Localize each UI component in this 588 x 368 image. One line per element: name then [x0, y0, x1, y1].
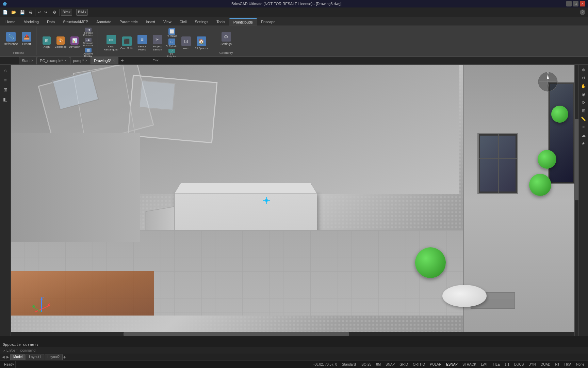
add-doc-tab-button[interactable]: + — [118, 57, 126, 64]
fit-cylinder-button[interactable]: ⬭ Fit Cylinder — [165, 38, 178, 48]
tab-view[interactable]: View — [159, 18, 176, 26]
main-solid-top — [174, 183, 317, 194]
quad-toggle[interactable]: QUAD — [539, 361, 551, 368]
adaptive-display-button[interactable]: ▦ Adaptive Display — [82, 48, 95, 57]
colormap-button[interactable]: 🎨 Colormap — [54, 32, 67, 52]
maximize-button[interactable]: □ — [573, 1, 578, 6]
tile-toggle[interactable]: TILE — [492, 361, 501, 368]
doc-tab-start[interactable]: Start ✕ — [19, 57, 37, 64]
geometry-settings-button[interactable]: ⚙ Settings — [219, 29, 234, 49]
rt-toggle[interactable]: RT — [554, 361, 560, 368]
standard-status[interactable]: Standard — [341, 361, 357, 368]
scrollbar-thumb-h[interactable] — [124, 332, 349, 336]
redo-button[interactable]: ↪ — [43, 9, 48, 16]
blocks-sidebar-button[interactable]: ⊞ — [1, 85, 10, 94]
command-input[interactable] — [6, 348, 587, 353]
ratio-display[interactable]: 1:1 — [504, 361, 510, 368]
fit-polyline-button[interactable]: ⟋ Fit PolyLine — [165, 48, 178, 58]
tab-annotate[interactable]: Annotate — [92, 18, 115, 26]
layers-sidebar-button[interactable]: ≡ — [1, 76, 10, 85]
cloud-sidebar-button[interactable]: ☁ — [580, 132, 587, 139]
iso-status[interactable]: ISO-25 — [359, 361, 372, 368]
close-start-tab[interactable]: ✕ — [31, 59, 34, 62]
tab-modeling[interactable]: Modeling — [19, 18, 43, 26]
new-button[interactable]: 📄 — [1, 9, 9, 16]
detect-floors-button[interactable]: ≡ Detect Floors — [135, 33, 150, 53]
print-button[interactable]: 🖨 — [27, 9, 34, 16]
close-button[interactable]: ✕ — [580, 1, 585, 6]
dyn-toggle[interactable]: DYN — [527, 361, 537, 368]
layers-sidebar-button2[interactable]: ≡ — [580, 123, 587, 131]
pan-sidebar-button[interactable]: ✋ — [580, 82, 587, 90]
none-display[interactable]: None — [575, 361, 585, 368]
open-button[interactable]: 📂 — [10, 9, 18, 16]
esnap-toggle[interactable]: ESNAP — [445, 361, 459, 368]
layout-tab-layout1[interactable]: Layout1 — [26, 354, 44, 360]
doc-tab-pump[interactable]: pump* ✕ — [70, 57, 91, 64]
scale-status[interactable]: 8M — [375, 361, 382, 368]
ortho-toggle[interactable]: ORTHO — [412, 361, 426, 368]
tab-tools[interactable]: Tools — [212, 18, 229, 26]
ruler-sidebar-button[interactable]: 📏 — [580, 115, 587, 123]
increase-pointsize-button[interactable]: +● Increase Pointsize — [82, 27, 95, 37]
doc-tab-drawing3[interactable]: Drawing3* ✕ — [91, 57, 118, 64]
history-sidebar-button[interactable]: ⟳ — [580, 99, 587, 106]
scrollbar-thumb-v[interactable] — [575, 119, 578, 200]
ready-status: Ready — [3, 361, 16, 368]
crop-solid-button[interactable]: ⬛ Crop Solid — [119, 33, 134, 53]
close-pump-tab[interactable]: ✕ — [85, 59, 88, 62]
star-sidebar-button[interactable]: ★ — [580, 140, 587, 147]
layout-nav-next[interactable]: ▶ — [6, 355, 10, 359]
doc-tab-pc-example[interactable]: PC_example* ✕ — [37, 57, 70, 64]
tab-structural[interactable]: Structural/MEP — [59, 18, 92, 26]
export-button[interactable]: 📤 Export — [19, 29, 34, 49]
viewport[interactable]: Z X Y N — [11, 65, 578, 336]
fit-spaces-button[interactable]: 🏠 Fit Spaces — [194, 33, 209, 53]
layout-nav-prev[interactable]: ◀ — [1, 355, 5, 359]
strack-toggle[interactable]: STRACK — [461, 361, 477, 368]
lwt-toggle[interactable]: LWT — [480, 361, 489, 368]
save-button[interactable]: 💾 — [18, 9, 26, 16]
home-sidebar-button[interactable]: ⌂ — [1, 66, 10, 75]
tab-data[interactable]: Data — [43, 18, 59, 26]
tab-home[interactable]: Home — [1, 18, 19, 26]
viewport-scrollbar-h[interactable] — [11, 332, 574, 336]
decrease-pointsize-button[interactable]: -● Decrease Pointsize — [82, 37, 95, 47]
tab-enscape[interactable]: Enscape — [257, 18, 280, 26]
polar-toggle[interactable]: POLAR — [429, 361, 442, 368]
tab-parametric[interactable]: Parametric — [115, 18, 142, 26]
tab-pointclouds[interactable]: Pointclouds — [229, 18, 257, 26]
hka-toggle[interactable]: HKA — [564, 361, 573, 368]
zoom-sidebar-button[interactable]: ⊕ — [580, 66, 587, 74]
balloon-sidebar-button[interactable]: ◉ — [580, 91, 587, 98]
project-section-button[interactable]: ✂ Project Section — [150, 33, 165, 53]
tab-insert[interactable]: Insert — [142, 18, 159, 26]
align-button[interactable]: ⊞ Align — [40, 32, 53, 52]
deviation-button[interactable]: 📊 Deviation — [68, 32, 81, 52]
bim-dropdown2[interactable]: BIM ▾ — [76, 9, 88, 16]
coordinates-display[interactable]: -68.82, 70.57, 0 — [312, 361, 338, 368]
add-layout-button[interactable]: + — [63, 354, 66, 360]
table-sidebar-button[interactable]: ⊞ — [580, 107, 587, 114]
bim-dropdown1[interactable]: Bim ▾ — [61, 9, 72, 16]
fit-planar-button[interactable]: ⬜ Fit Planar — [165, 28, 178, 37]
help-button[interactable]: ? — [578, 9, 587, 16]
close-pc-example-tab[interactable]: ✕ — [64, 59, 67, 62]
grid-toggle[interactable]: GRID — [398, 361, 409, 368]
invert-button[interactable]: ⊡ Invert — [179, 33, 194, 53]
orbit-sidebar-button[interactable]: ↺ — [580, 74, 587, 82]
undo-button[interactable]: ↩ — [37, 9, 42, 16]
ducs-toggle[interactable]: DUCS — [513, 361, 525, 368]
tab-civil[interactable]: Civil — [176, 18, 191, 26]
layout-tab-layout2[interactable]: Layout2 — [45, 354, 63, 360]
minimize-button[interactable]: ─ — [566, 1, 572, 6]
reference-button[interactable]: 📎 Reference — [3, 29, 18, 49]
properties-sidebar-button[interactable]: ◧ — [1, 95, 10, 104]
crop-rectangular-button[interactable]: ▭ Crop Rectangular — [103, 33, 119, 53]
snap-toggle[interactable]: SNAP — [385, 361, 396, 368]
settings-button[interactable]: ⚙ — [51, 9, 58, 16]
viewport-scrollbar-v[interactable] — [574, 65, 578, 336]
tab-settings[interactable]: Settings — [191, 18, 212, 26]
close-drawing3-tab[interactable]: ✕ — [113, 59, 115, 62]
layout-tab-model[interactable]: Model — [10, 354, 26, 360]
